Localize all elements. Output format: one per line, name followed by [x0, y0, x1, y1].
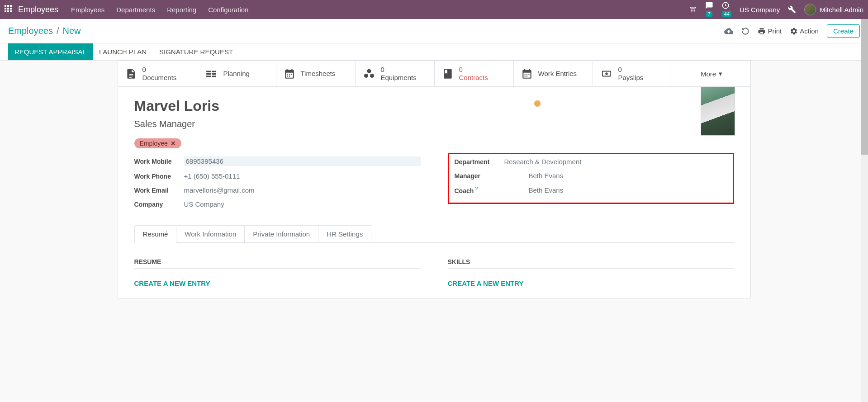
svg-rect-6: [212, 76, 216, 77]
cubes-icon: [363, 68, 375, 80]
svg-rect-5: [212, 73, 216, 75]
book-icon: [442, 68, 454, 80]
breadcrumb-sep: /: [57, 26, 59, 36]
breadcrumb-current: New: [63, 26, 81, 36]
coach-field[interactable]: Beth Evans: [504, 186, 727, 194]
svg-point-8: [605, 72, 608, 75]
planning-icon: [204, 68, 218, 80]
right-column: Department Research & Development Manage…: [448, 156, 734, 214]
topbar-right: 7 44 US Company Mitchell Admin: [689, 1, 863, 18]
manager-label: Manager: [455, 172, 504, 180]
create-button[interactable]: Create: [827, 24, 860, 38]
svg-rect-1: [206, 71, 211, 72]
work-phone-label: Work Phone: [134, 173, 184, 180]
svg-rect-4: [212, 71, 216, 72]
field-columns: Work Mobile 6895395436 Work Phone +1 (65…: [134, 156, 734, 214]
voip-icon[interactable]: [689, 5, 697, 14]
employee-job-title[interactable]: Sales Manager: [134, 119, 734, 129]
stat-more-button[interactable]: More ▾: [672, 61, 751, 86]
messaging-badge: 7: [706, 11, 712, 17]
sheet-body: Marvel Loris Sales Manager Employee ✕ Wo…: [118, 87, 750, 298]
employee-photo[interactable]: [701, 87, 735, 136]
skills-title: SKILLS: [448, 258, 734, 269]
file-icon: [125, 67, 137, 80]
top-navbar: Employees Employees Departments Reportin…: [0, 0, 868, 19]
stat-payslips[interactable]: 0Payslips: [593, 61, 672, 86]
resume-create-entry[interactable]: CREATE A NEW ENTRY: [134, 279, 421, 287]
cloud-upload-icon[interactable]: [724, 27, 733, 36]
activity-icon[interactable]: 44: [721, 1, 731, 18]
breadcrumb: Employees / New: [8, 26, 81, 36]
resume-section: RESUME CREATE A NEW ENTRY: [134, 258, 421, 287]
apps-icon[interactable]: [5, 5, 14, 14]
status-bar: REQUEST APPRAISAL LAUNCH PLAN SIGNATURE …: [0, 43, 868, 61]
menu-reporting[interactable]: Reporting: [167, 6, 196, 14]
tag-remove-icon[interactable]: ✕: [171, 140, 176, 147]
request-appraisal-button[interactable]: REQUEST APPRAISAL: [8, 43, 93, 60]
company-field[interactable]: US Company: [184, 200, 421, 208]
department-field[interactable]: Research & Development: [504, 158, 727, 166]
form-sheet: 0Documents Planning Timesheets 0Equipmen…: [118, 61, 751, 298]
stat-equipments[interactable]: 0Equipments: [356, 61, 435, 86]
form-sheet-bg: 0Documents Planning Timesheets 0Equipmen…: [0, 61, 868, 317]
calendar-icon: [284, 68, 295, 80]
department-label: Department: [455, 158, 504, 166]
user-avatar: [804, 4, 816, 15]
employee-tag[interactable]: Employee ✕: [134, 138, 181, 148]
employee-name[interactable]: Marvel Loris: [134, 98, 734, 114]
activity-badge: 44: [722, 11, 731, 17]
company-selector[interactable]: US Company: [740, 6, 780, 14]
launch-plan-button[interactable]: LAUNCH PLAN: [93, 43, 153, 60]
stat-contracts[interactable]: 0Contracts: [435, 61, 514, 86]
user-name: Mitchell Admin: [820, 6, 863, 14]
tab-work-information[interactable]: Work Information: [176, 225, 245, 243]
app-brand[interactable]: Employees: [18, 5, 58, 14]
presence-indicator: [534, 100, 541, 107]
stat-timesheets[interactable]: Timesheets: [276, 61, 356, 86]
print-button[interactable]: Print: [758, 27, 782, 35]
resume-title: RESUME: [134, 258, 421, 269]
control-panel: Employees / New Print Action Create: [0, 19, 868, 43]
skills-section: SKILLS CREATE A NEW ENTRY: [448, 258, 734, 287]
work-mobile-field[interactable]: 6895395436: [184, 156, 421, 166]
control-panel-right: Print Action Create: [724, 24, 860, 38]
menu-configuration[interactable]: Configuration: [208, 6, 248, 14]
work-mobile-label: Work Mobile: [134, 158, 184, 165]
work-email-label: Work Email: [134, 187, 184, 194]
help-icon[interactable]: ?: [474, 186, 478, 191]
coach-label: Coach ?: [455, 186, 504, 194]
undo-icon[interactable]: [741, 27, 749, 35]
stat-work-entries[interactable]: Work Entries: [514, 61, 593, 86]
form-tabs: Resumé Work Information Private Informat…: [134, 225, 734, 243]
tab-hr-settings[interactable]: HR Settings: [318, 225, 371, 243]
caret-down-icon: ▾: [719, 70, 722, 78]
money-icon: [600, 69, 613, 79]
messaging-icon[interactable]: 7: [705, 1, 713, 18]
svg-rect-3: [206, 76, 211, 77]
main-menu: Employees Departments Reporting Configur…: [71, 6, 248, 14]
stat-documents[interactable]: 0Documents: [118, 61, 197, 86]
highlighted-fields: Department Research & Development Manage…: [448, 153, 734, 204]
vertical-scrollbar[interactable]: [861, 19, 868, 317]
svg-rect-2: [206, 73, 211, 75]
menu-employees[interactable]: Employees: [71, 6, 104, 14]
left-column: Work Mobile 6895395436 Work Phone +1 (65…: [134, 156, 421, 214]
menu-departments[interactable]: Departments: [116, 6, 155, 14]
signature-request-button[interactable]: SIGNATURE REQUEST: [153, 43, 239, 60]
user-menu[interactable]: Mitchell Admin: [804, 4, 863, 15]
company-label: Company: [134, 201, 184, 208]
debug-icon[interactable]: [788, 5, 796, 14]
work-phone-field[interactable]: +1 (650) 555-0111: [184, 172, 421, 180]
skills-create-entry[interactable]: CREATE A NEW ENTRY: [448, 279, 734, 287]
manager-field[interactable]: Beth Evans: [504, 172, 727, 180]
action-button[interactable]: Action: [790, 27, 819, 35]
tab-private-information[interactable]: Private Information: [245, 225, 318, 243]
breadcrumb-root[interactable]: Employees: [8, 26, 53, 36]
tab-resume[interactable]: Resumé: [134, 225, 177, 243]
stat-button-box: 0Documents Planning Timesheets 0Equipmen…: [118, 61, 750, 87]
stat-planning[interactable]: Planning: [197, 61, 276, 86]
tab-content: RESUME CREATE A NEW ENTRY SKILLS CREATE …: [134, 243, 734, 287]
work-email-field[interactable]: marvelloris@gmail.com: [184, 186, 421, 194]
calendar-icon: [521, 68, 533, 80]
